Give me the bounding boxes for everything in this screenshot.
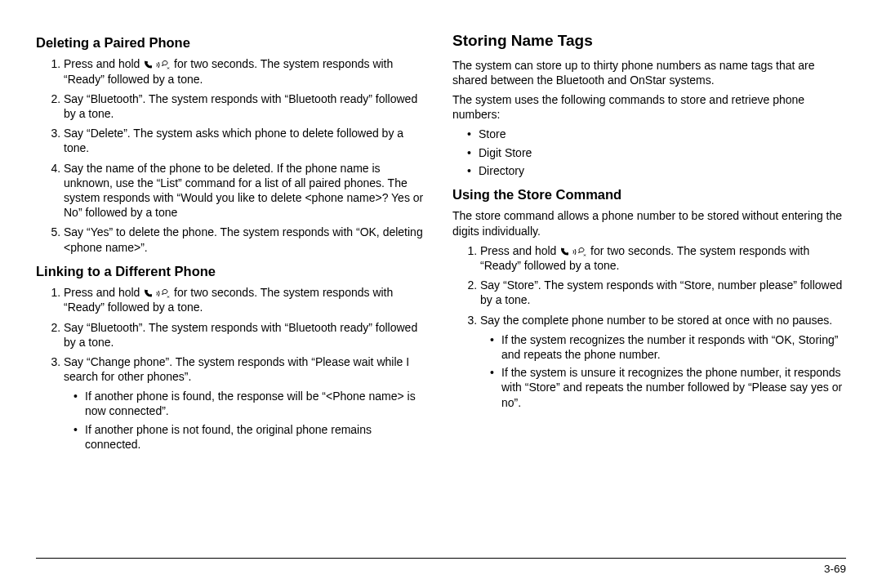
list-item: If another phone is not found, the origi… [75, 422, 430, 452]
phone-icon [143, 288, 153, 299]
page-number: 3-69 [824, 562, 846, 577]
paragraph: The store command allows a phone number … [452, 208, 846, 238]
list-item: If another phone is found, the response … [75, 389, 430, 418]
list-item: Say “Bluetooth”. The system responds wit… [64, 91, 430, 121]
list-item: Digit Store [469, 145, 846, 160]
list-item: Directory [469, 163, 846, 178]
heading-deleting-paired: Deleting a Paired Phone [36, 34, 430, 51]
list-item: Press and hold for two seconds. The syst… [480, 243, 846, 273]
list-item: Say “Store”. The system responds with “S… [480, 278, 846, 307]
list-item: Say “Yes” to delete the phone. The syste… [64, 225, 430, 254]
list-item: If the system recognizes the number it r… [492, 332, 846, 362]
paragraph: The system uses the following commands t… [452, 92, 846, 122]
list-item: Say “Bluetooth”. The system responds wit… [64, 320, 430, 350]
list-item: Press and hold for two seconds. The syst… [64, 285, 430, 314]
list-storing-cmds: Store Digit Store Directory [452, 127, 846, 178]
heading-using-store: Using the Store Command [452, 186, 846, 203]
list-link-sub: If another phone is found, the response … [64, 389, 430, 452]
voice-icon [156, 60, 171, 70]
list-item: Say “Delete”. The system asks which phon… [64, 126, 430, 155]
phone-icon [559, 247, 569, 257]
right-column: Storing Name Tags The system can store u… [452, 26, 846, 458]
list-using-steps: Press and hold for two seconds. The syst… [452, 243, 846, 410]
footer-rule [36, 558, 846, 559]
list-item: Store [469, 127, 846, 141]
list-delete-steps: Press and hold for two seconds. The syst… [36, 56, 430, 254]
list-item: If the system is unsure it recognizes th… [492, 365, 846, 410]
list-using-sub: If the system recognizes the number it r… [480, 332, 846, 410]
phone-icon [143, 60, 153, 70]
list-item: Say the name of the phone to be deleted.… [64, 161, 430, 220]
heading-storing-name-tags: Storing Name Tags [452, 31, 846, 51]
heading-linking-different: Linking to a Different Phone [36, 263, 430, 280]
voice-icon [156, 288, 171, 299]
paragraph: The system can store up to thirty phone … [452, 58, 846, 87]
list-item: Say the complete phone number to be stor… [480, 313, 846, 410]
list-item: Say “Change phone”. The system responds … [64, 354, 430, 452]
list-link-steps: Press and hold for two seconds. The syst… [36, 285, 430, 452]
list-item: Press and hold for two seconds. The syst… [64, 56, 430, 86]
left-column: Deleting a Paired Phone Press and hold f… [36, 26, 430, 458]
voice-icon [572, 247, 587, 257]
